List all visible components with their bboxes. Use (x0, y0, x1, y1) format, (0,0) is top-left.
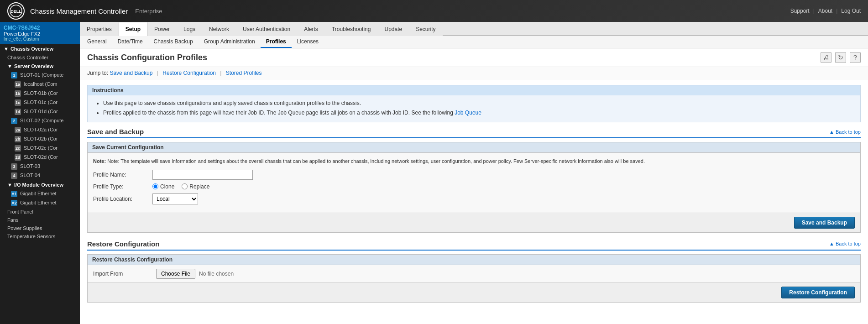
sidebar-item-slot01[interactable]: 1 SLOT-01 (Compute (0, 71, 80, 80)
page-title-bar: Chassis Configuration Profiles 🖨 ↻ ? (80, 48, 868, 67)
sidebar-item-slot02-2d[interactable]: 2d SLOT-02d (Cor (0, 153, 80, 162)
slot-badge-2b: 2b (15, 136, 21, 142)
tab-update[interactable]: Update (377, 22, 409, 36)
sidebar-item-slot02[interactable]: 2 SLOT-02 (Compute (0, 116, 80, 125)
subtab-profiles[interactable]: Profiles (261, 36, 292, 48)
save-current-config: Save Current Configuration Note: Note: T… (87, 142, 861, 233)
slot-badge-1b: 1b (15, 90, 21, 97)
tab-alerts[interactable]: Alerts (297, 22, 325, 36)
support-link[interactable]: Support (790, 8, 810, 14)
sidebar-item-gigabit-a2[interactable]: A2 Gigabit Ethernet (0, 199, 80, 208)
refresh-button[interactable]: ↻ (835, 52, 846, 63)
back-to-top-save[interactable]: ▲ Back to top (829, 129, 861, 135)
sidebar-item-slot02-2a[interactable]: 2a SLOT-02a (Cor (0, 125, 80, 135)
save-backup-section: Save and Backup ▲ Back to top Save Curre… (87, 128, 861, 233)
restore-chassis-config: Restore Chassis Configuration Import Fro… (87, 254, 861, 303)
instruction-2: Profiles applied to the chassis from thi… (103, 109, 853, 117)
tab-power[interactable]: Power (147, 22, 177, 36)
collapse-icon: ▼ (4, 46, 9, 52)
slot-badge-2d: 2d (15, 154, 21, 161)
sidebar-item-slot01-1d[interactable]: 1d SLOT-01d (Cor (0, 107, 80, 116)
sidebar-item-slot03[interactable]: 3 SLOT-03 (0, 162, 80, 171)
sidebar-item-front-panel[interactable]: Front Panel (0, 208, 80, 216)
restore-configuration-button[interactable]: Restore Configuration (781, 287, 855, 298)
radio-replace-input[interactable] (182, 183, 188, 189)
tab-logs[interactable]: Logs (177, 22, 202, 36)
slot-badge-a1: A1 (11, 191, 17, 197)
sidebar-item-fans[interactable]: Fans (0, 216, 80, 224)
save-and-backup-button[interactable]: Save and Backup (794, 217, 855, 229)
choose-file-button[interactable]: Choose File (156, 269, 195, 279)
sidebar-item-server-overview[interactable]: ▼ Server Overview (0, 62, 80, 71)
sidebar-item-slot01-1c[interactable]: 1c SLOT-01c (Cor (0, 98, 80, 107)
import-from-row: Import From Choose File No file chosen (88, 265, 860, 282)
sidebar-item-slot02-2b[interactable]: 2b SLOT-02b (Cor (0, 135, 80, 144)
sidebar-item-chassis-overview[interactable]: ▼ Chassis Overview (0, 44, 80, 53)
sidebar: CMC-7S6J942 PowerEdge FX2 lmc_e6c, Custo… (0, 22, 80, 324)
slot-badge-1: 1 (11, 72, 17, 78)
instructions-body: Use this page to save chassis configurat… (88, 95, 860, 122)
tab-troubleshooting[interactable]: Troubleshooting (325, 22, 378, 36)
job-queue-link[interactable]: Job Queue (455, 110, 481, 116)
radio-replace[interactable]: Replace (182, 183, 209, 190)
tab-security[interactable]: Security (409, 22, 442, 36)
slot-badge-2a: 2a (15, 127, 21, 133)
back-to-top-restore[interactable]: ▲ Back to top (829, 241, 861, 246)
restore-action-row: Restore Configuration (88, 282, 860, 302)
profile-location-select[interactable]: Local Remote (152, 193, 198, 204)
sidebar-item-temperature-sensors[interactable]: Temperature Sensors (0, 232, 80, 240)
subtab-licenses[interactable]: Licenses (292, 36, 324, 48)
tab-setup[interactable]: Setup (119, 22, 147, 36)
sidebar-item-slot02-2c[interactable]: 2c SLOT-02c (Cor (0, 144, 80, 153)
radio-replace-label: Replace (189, 183, 209, 190)
sidebar-item-io-module[interactable]: ▼ I/O Module Overview (0, 180, 80, 189)
restore-config-section: Restore Configuration ▲ Back to top Rest… (87, 240, 861, 303)
sidebar-item-slot04[interactable]: 4 SLOT-04 (0, 171, 80, 180)
radio-clone[interactable]: Clone (152, 183, 174, 190)
jump-bar: Jump to: Save and Backup | Restore Confi… (80, 67, 868, 79)
subtab-general[interactable]: General (82, 36, 112, 48)
device-info: CMC-7S6J942 PowerEdge FX2 lmc_e6c, Custo… (0, 22, 80, 44)
header-nav: Support | About | Log Out (790, 8, 861, 14)
tab-network[interactable]: Network (202, 22, 236, 36)
save-backup-title-bar: Save and Backup ▲ Back to top (87, 128, 861, 138)
file-name-display: No file chosen (199, 271, 234, 277)
sub-nav: General Date/Time Chassis Backup Group A… (80, 36, 868, 48)
about-link[interactable]: About (818, 8, 832, 14)
page-title: Chassis Configuration Profiles (87, 53, 207, 63)
logout-link[interactable]: Log Out (841, 8, 861, 14)
instructions-header: Instructions (88, 85, 860, 95)
restore-config-title-bar: Restore Configuration ▲ Back to top (87, 240, 861, 251)
save-note: Note: Note: The template will save infor… (93, 157, 855, 165)
subtab-datetime[interactable]: Date/Time (112, 36, 148, 48)
subtab-chassis-backup[interactable]: Chassis Backup (148, 36, 199, 48)
profile-name-row: Profile Name: (93, 170, 855, 180)
save-backup-action-row: Save and Backup (88, 213, 860, 232)
profile-location-label: Profile Location: (93, 196, 152, 202)
jump-stored-link[interactable]: Stored Profiles (226, 70, 262, 76)
tab-user-auth[interactable]: User Authentication (236, 22, 297, 36)
device-name: CMC-7S6J942 (4, 25, 76, 31)
main-content: Properties Setup Power Logs Network User… (80, 22, 868, 324)
help-button[interactable]: ? (850, 52, 861, 63)
jump-restore-link[interactable]: Restore Configuration (162, 70, 216, 76)
collapse-icon-io: ▼ (7, 182, 12, 188)
profile-type-radio-group: Clone Replace (152, 183, 209, 190)
slot-badge-1c: 1c (15, 99, 21, 106)
profile-name-label: Profile Name: (93, 172, 152, 178)
profile-name-input[interactable] (152, 170, 253, 180)
sidebar-item-chassis-controller[interactable]: Chassis Controller (0, 53, 80, 62)
subtab-group-admin[interactable]: Group Administration (199, 36, 261, 48)
sidebar-item-gigabit-a1[interactable]: A1 Gigabit Ethernet (0, 189, 80, 199)
jump-save-link[interactable]: Save and Backup (110, 70, 152, 76)
app-title: Chassis Management Controller (30, 7, 128, 15)
sidebar-item-slot01-1b[interactable]: 1b SLOT-01b (Cor (0, 89, 80, 98)
sidebar-item-power-supplies[interactable]: Power Supplies (0, 224, 80, 232)
slot-badge-4: 4 (11, 172, 17, 179)
sidebar-item-slot01-1a[interactable]: 1a localhost (Com (0, 80, 80, 89)
tab-properties[interactable]: Properties (80, 22, 119, 36)
profile-type-label: Profile Type: (93, 183, 152, 190)
print-button[interactable]: 🖨 (821, 52, 831, 63)
radio-clone-input[interactable] (152, 183, 158, 189)
dell-logo: DELL (7, 2, 25, 20)
